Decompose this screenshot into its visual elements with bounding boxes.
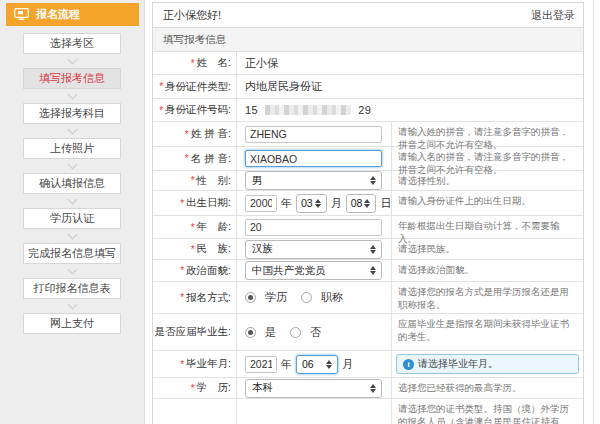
ethnicity-select[interactable]: 汉族 [245,240,382,259]
surname-pinyin-hint: 请输入姓的拼音，请注意多音字的拼音，拼音之间不允许有空格。 [392,122,583,146]
form-row-certificate-type: 请选择您的证书类型。持国（境）外学历的报名人员（含港澳台居民居住证持有人）请选择… [153,399,583,424]
required-asterisk: * [191,383,195,394]
birth-year-input[interactable] [245,195,277,212]
id-number-label: *身份证件号码: [153,99,237,121]
required-asterisk: * [180,265,184,276]
form-row-id-type: *身份证件类型: 内地居民身份证 [153,75,583,99]
birth-date-hint: 请输入身份证件上的出生日期。 [392,191,583,215]
sidebar-item-select-subjects[interactable]: 选择报考科目 [23,103,121,124]
required-asterisk: * [185,129,189,140]
political-status-cell: 中国共产党党员 [237,260,392,281]
monitor-icon [14,8,29,21]
info-icon: i [403,359,414,370]
month-unit: 月 [342,357,353,372]
gender-hint: 请选择性别。 [392,171,583,190]
sidebar-item-confirm-info[interactable]: 确认填报信息 [23,173,121,194]
givenname-pinyin-hint: 请输入名的拼音，请注意多音字的拼音，拼音之间不允许有空格。 [392,147,583,170]
sidebar-item-complete-registration[interactable]: 完成报名信息填写 [23,243,121,264]
section-title: 填写报考信息 [163,33,226,45]
fresh-graduate-hint: 应届毕业生是指报名期间未获得毕业证书的考生。 [392,314,583,350]
radio-title-label: 职称 [321,290,343,305]
surname-pinyin-cell [237,122,392,146]
gender-cell: 男 [237,171,392,190]
step-list: 选择考区 填写报考信息 选择报考科目 上传照片 确认填报信息 学历认证 完成报名… [0,33,144,334]
graduation-year-input[interactable] [245,356,277,373]
education-label: *学 历: [153,378,237,398]
graduation-month-select[interactable]: 06 [296,355,338,374]
sidebar-item-select-exam-area[interactable]: 选择考区 [23,33,121,54]
birth-date-cell: 年 03 月 08 日 [237,191,392,215]
graduation-date-label: *毕业年月: [153,351,237,377]
radio-yes[interactable] [245,327,256,338]
political-status-label: *政治面貌: [153,260,237,281]
surname-pinyin-label: *姓 拼 音: [153,122,237,146]
year-unit: 年 [281,196,292,211]
givenname-pinyin-input[interactable] [245,150,382,167]
main-panel: 正小保您好! 退出登录 填写报考信息 *姓 名: 正小保 *身份证件类型: 内地… [152,2,584,424]
form-row-graduation-date: *毕业年月: 年 06 月 i 请选择毕业年月。 [153,351,583,378]
age-hint: 年龄根据出生日期自动计算，不需要输入。 [392,216,583,238]
sidebar-title: 报名流程 [36,7,80,22]
required-asterisk: * [191,175,195,186]
form-row-registration-type: *报名方式: 学历 职称 请选择您的报名方式是用学历报名还是用职称报名。 [153,282,583,314]
gender-label: *性 别: [153,171,237,190]
section-title-bar: 填写报考信息 [153,28,583,52]
education-select[interactable]: 本科 [245,379,382,398]
id-type-label: *身份证件类型: [153,75,237,98]
form-row-givenname-pinyin: *名 拼 音: 请输入名的拼音，请注意多音字的拼音，拼音之间不允许有空格。 [153,147,583,171]
givenname-pinyin-label: *名 拼 音: [153,147,237,170]
political-status-select[interactable]: 中国共产党党员 [245,261,382,280]
ethnicity-label: *民 族: [153,239,237,259]
id-type-value: 内地居民身份证 [237,75,583,98]
required-asterisk: * [191,244,195,255]
chevron-down-icon [69,229,76,243]
radio-no[interactable] [290,327,301,338]
age-cell [237,216,392,238]
form-row-age: *年 龄: 年龄根据出生日期自动计算，不需要输入。 [153,216,583,239]
required-asterisk: * [185,153,189,164]
fresh-graduate-label: *是否应届毕业生: [153,314,237,350]
chevron-down-icon [69,264,76,278]
birth-month-select[interactable]: 03 [296,194,327,213]
sidebar-item-print-form[interactable]: 打印报名信息表 [23,278,121,299]
political-status-hint: 请选择政治面貌。 [392,260,583,281]
age-input[interactable] [245,219,382,236]
radio-yes-label: 是 [265,325,276,340]
process-sidebar: 报名流程 选择考区 填写报考信息 选择报考科目 上传照片 确认填报信息 学历认证… [0,0,145,424]
sidebar-item-fill-registration-info[interactable]: 填写报考信息 [23,68,121,89]
radio-education-label: 学历 [265,290,287,305]
chevron-down-icon [69,194,76,208]
required-asterisk: * [159,105,163,116]
sidebar-item-upload-photo[interactable]: 上传照片 [23,138,121,159]
education-hint: 选择您已经获得的最高学历。 [392,378,583,398]
gender-select[interactable]: 男 [245,171,382,190]
radio-no-label: 否 [310,325,321,340]
birth-day-select[interactable]: 08 [346,194,377,213]
form-row-political-status: *政治面貌: 中国共产党党员 请选择政治面貌。 [153,260,583,282]
registration-type-cell: 学历 职称 [237,282,392,313]
required-asterisk: * [152,327,153,338]
required-asterisk: * [180,198,184,209]
radio-title[interactable] [301,292,312,303]
scrollbar[interactable] [593,0,600,424]
required-asterisk: * [191,58,195,69]
form-row-gender: *性 别: 男 请选择性别。 [153,171,583,191]
surname-pinyin-input[interactable] [245,126,382,143]
sidebar-header: 报名流程 [6,3,139,26]
sidebar-item-education-certification[interactable]: 学历认证 [23,208,121,229]
form-row-id-number: *身份证件号码: 1529 [153,99,583,122]
chevron-down-icon [69,54,76,68]
sidebar-item-online-payment[interactable]: 网上支付 [23,313,121,334]
age-label: *年 龄: [153,216,237,238]
registration-type-hint: 请选择您的报名方式是用学历报名还是用职称报名。 [392,282,583,313]
graduation-date-cell: 年 06 月 [237,351,392,377]
name-label: *姓 名: [153,52,237,74]
month-unit: 月 [331,196,342,211]
chevron-down-icon [69,299,76,313]
graduation-alert: i 请选择毕业年月。 [396,354,579,374]
required-asterisk: * [191,222,195,233]
registration-type-label: *报名方式: [153,282,237,313]
logout-link[interactable]: 退出登录 [531,8,575,23]
radio-education[interactable] [245,292,256,303]
birth-date-label: *出生日期: [153,191,237,215]
